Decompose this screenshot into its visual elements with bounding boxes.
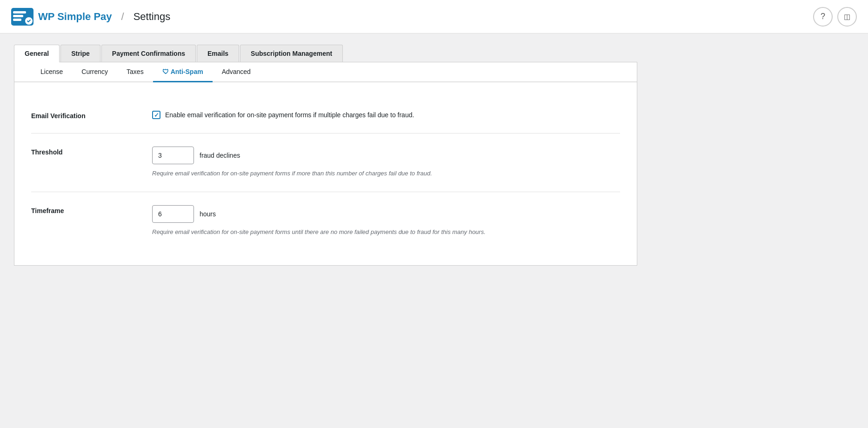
tab-taxes[interactable]: Taxes xyxy=(117,62,153,82)
header-title: Settings xyxy=(134,11,171,23)
timeframe-content: hours Require email verification for on-… xyxy=(152,205,620,237)
inbox-icon: ◫ xyxy=(844,13,850,21)
timeframe-row: Timeframe hours Require email verificati… xyxy=(31,192,620,250)
header: WP Simple Pay / Settings ? ◫ xyxy=(0,0,868,33)
main-content: General Stripe Payment Confirmations Ema… xyxy=(0,33,651,277)
logo-text: WP Simple Pay xyxy=(38,11,112,23)
tabs-secondary: License Currency Taxes 🛡Anti-Spam Advanc… xyxy=(14,62,637,82)
timeframe-input[interactable] xyxy=(152,205,194,223)
logo-area: WP Simple Pay xyxy=(11,8,112,26)
tab-subscription-management[interactable]: Subscription Management xyxy=(240,45,343,62)
threshold-suffix: fraud declines xyxy=(200,152,240,159)
svg-rect-2 xyxy=(13,15,23,17)
tab-emails[interactable]: Emails xyxy=(197,45,239,62)
settings-panel: License Currency Taxes 🛡Anti-Spam Advanc… xyxy=(14,62,637,266)
threshold-label: Threshold xyxy=(31,147,134,156)
tab-general[interactable]: General xyxy=(14,45,60,62)
tab-currency[interactable]: Currency xyxy=(72,62,117,82)
email-verification-checkbox-label: Enable email verification for on-site pa… xyxy=(165,110,414,120)
tab-anti-spam[interactable]: 🛡Anti-Spam xyxy=(153,62,213,82)
timeframe-description: Require email verification for on-site p… xyxy=(152,227,534,237)
inbox-button[interactable]: ◫ xyxy=(837,7,857,27)
header-divider: / xyxy=(121,11,124,23)
tab-payment-confirmations[interactable]: Payment Confirmations xyxy=(101,45,196,62)
email-verification-checkbox[interactable] xyxy=(152,111,160,119)
help-icon: ? xyxy=(821,12,825,21)
logo-icon xyxy=(11,8,33,26)
email-verification-content: Enable email verification for on-site pa… xyxy=(152,110,620,120)
help-button[interactable]: ? xyxy=(813,7,833,27)
threshold-input-row: fraud declines xyxy=(152,147,620,164)
timeframe-input-row: hours xyxy=(152,205,620,223)
threshold-row: Threshold fraud declines Require email v… xyxy=(31,134,620,192)
header-left: WP Simple Pay / Settings xyxy=(11,8,170,26)
threshold-content: fraud declines Require email verificatio… xyxy=(152,147,620,179)
tab-stripe[interactable]: Stripe xyxy=(60,45,100,62)
email-verification-checkbox-row: Enable email verification for on-site pa… xyxy=(152,110,620,120)
timeframe-label: Timeframe xyxy=(31,205,134,214)
timeframe-suffix: hours xyxy=(200,210,216,218)
shield-icon: 🛡 xyxy=(162,68,169,75)
email-verification-row: Email Verification Enable email verifica… xyxy=(31,97,620,134)
threshold-description: Require email verification for on-site p… xyxy=(152,169,534,179)
tab-advanced[interactable]: Advanced xyxy=(213,62,260,82)
svg-rect-1 xyxy=(13,11,26,13)
threshold-input[interactable] xyxy=(152,147,194,164)
email-verification-label: Email Verification xyxy=(31,110,134,120)
header-right: ? ◫ xyxy=(813,7,857,27)
tabs-primary: General Stripe Payment Confirmations Ema… xyxy=(14,45,637,62)
tab-license[interactable]: License xyxy=(31,62,72,82)
svg-rect-3 xyxy=(13,19,21,21)
